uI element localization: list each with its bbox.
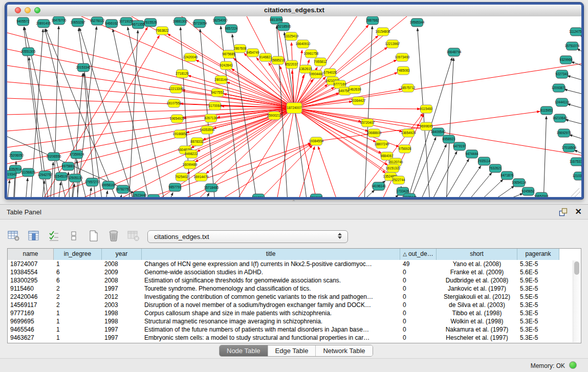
table-cell[interactable]: 2 [54, 301, 102, 309]
table-cell[interactable]: Disruption of a novel member of a sodium… [142, 301, 400, 309]
table-cell[interactable]: 1998 [102, 309, 142, 317]
table-cell[interactable]: 49 [400, 260, 437, 268]
row-height-icon[interactable] [67, 229, 80, 243]
split-pane-handle[interactable]: ⌃ [290, 200, 297, 204]
table-cell[interactable]: 18300295 [8, 276, 54, 285]
show-columns-icon[interactable] [27, 229, 40, 243]
table-scrollbar[interactable] [573, 260, 581, 342]
table-cell[interactable]: 22420046 [8, 293, 54, 301]
table-cell[interactable]: 5.3E-5 [517, 260, 559, 268]
table-cell[interactable]: 5.3E-5 [517, 334, 559, 342]
column-header-pagerank[interactable]: pagerank [517, 249, 559, 260]
table-cell[interactable]: 9777169 [8, 309, 54, 317]
column-header-title[interactable]: title [142, 249, 400, 260]
table-cell[interactable]: 2009 [102, 268, 142, 276]
network-canvas[interactable]: 9405572208914061647670610653287152760226… [7, 16, 581, 197]
table-cell[interactable]: 2003 [102, 301, 142, 309]
delete-column-icon[interactable] [107, 229, 120, 243]
table-cell[interactable]: 0 [400, 317, 437, 325]
table-cell[interactable]: Hescheler et al. (1997) [437, 334, 517, 342]
table-cell[interactable]: 1997 [102, 285, 142, 293]
table-cell[interactable]: 1997 [102, 334, 142, 342]
table-cell[interactable]: 2008 [102, 276, 142, 285]
table-cell[interactable]: 1998 [102, 317, 142, 325]
table-cell[interactable]: 9699695 [8, 317, 54, 325]
close-panel-icon[interactable]: ✕ [575, 207, 582, 217]
table-cell[interactable]: 1997 [102, 325, 142, 334]
table-cell[interactable]: Franke et al. (2009) [437, 268, 517, 276]
tab-network-table[interactable]: Network Table [315, 345, 372, 356]
table-row[interactable]: 946362711997Embryonic stem cells: a mode… [8, 334, 581, 342]
table-cell[interactable]: 6 [54, 276, 102, 285]
table-settings-icon[interactable] [7, 229, 20, 243]
table-row[interactable]: 946554611997Estimation of the future num… [8, 325, 581, 334]
tab-edge-table[interactable]: Edge Table [268, 345, 316, 356]
table-cell[interactable]: 5.3E-5 [517, 317, 559, 325]
table-cell[interactable]: Stergiakouli et al. (2012) [437, 293, 517, 301]
tab-node-table[interactable]: Node Table [220, 345, 268, 356]
table-row[interactable]: 1830029562008Estimation of significance … [8, 276, 581, 285]
table-cell[interactable]: 0 [400, 325, 437, 334]
table-cell[interactable]: Estimation of significance thresholds fo… [142, 276, 400, 285]
table-cell[interactable]: Tourette syndrome. Phenomenology and cla… [142, 285, 400, 293]
network-window-titlebar[interactable]: citations_edges.txt [7, 5, 581, 17]
table-cell[interactable]: 5.3E-5 [517, 309, 559, 317]
table-cell[interactable]: Jankovic et al. (1997) [437, 285, 517, 293]
table-row[interactable]: 1872400712008Changes of HCN gene express… [8, 260, 581, 268]
table-cell[interactable]: 9115460 [8, 285, 54, 293]
table-cell[interactable]: 0 [400, 276, 437, 285]
table-cell[interactable]: 9465546 [8, 325, 54, 334]
column-header-out_de[interactable]: △out_de… [400, 249, 437, 260]
column-header-short[interactable]: short [437, 249, 517, 260]
new-column-icon[interactable] [87, 229, 100, 243]
select-columns-icon[interactable] [47, 229, 60, 243]
table-cell[interactable]: 1 [54, 260, 102, 268]
table-cell[interactable]: 0 [400, 309, 437, 317]
table-cell[interactable]: Corpus callosum shape and size in male p… [142, 309, 400, 317]
table-cell[interactable]: Tibbo et al. (1998) [437, 309, 517, 317]
table-cell[interactable]: 1 [54, 317, 102, 325]
table-selector-dropdown[interactable]: citations_edges.txt [147, 230, 348, 243]
memory-ok-indicator[interactable] [569, 361, 577, 369]
table-cell[interactable]: 19384554 [8, 268, 54, 276]
table-row[interactable]: 977716911998Corpus callosum shape and si… [8, 309, 581, 317]
table-cell[interactable]: 1 [54, 334, 102, 342]
table-cell[interactable]: 9463627 [8, 334, 54, 342]
table-cell[interactable]: Dudbridge et al. (2008) [437, 276, 517, 285]
table-cell[interactable]: 5.5E-5 [517, 293, 559, 301]
table-cell[interactable]: Yano et al. (2008) [437, 260, 517, 268]
table-cell[interactable]: 6 [54, 268, 102, 276]
table-cell[interactable]: 5.3E-5 [517, 285, 559, 293]
table-cell[interactable]: 2012 [102, 293, 142, 301]
table-cell[interactable]: 0 [400, 301, 437, 309]
table-cell[interactable]: 2008 [102, 260, 142, 268]
table-cell[interactable]: 2 [54, 285, 102, 293]
table-cell[interactable]: Changes of HCN gene expression and I(f) … [142, 260, 400, 268]
table-cell[interactable]: Nakamura et al. (1997) [437, 325, 517, 334]
table-cell[interactable]: 2 [54, 293, 102, 301]
table-cell[interactable]: 14569117 [8, 301, 54, 309]
float-panel-icon[interactable] [559, 208, 568, 216]
table-cell[interactable]: Structural magnetic resonance image aver… [142, 317, 400, 325]
table-cell[interactable]: 1 [54, 325, 102, 334]
network-canvas-area[interactable]: 9405572208914061647670610653287152760226… [7, 16, 581, 197]
table-row[interactable]: 1938455462009Genome-wide association stu… [8, 268, 581, 276]
table-cell[interactable]: 1 [54, 309, 102, 317]
column-header-name[interactable]: name [8, 249, 54, 260]
column-header-year[interactable]: year [102, 249, 142, 260]
table-cell[interactable]: 5.6E-5 [517, 268, 559, 276]
table-row[interactable]: 1456911722003Disruption of a novel membe… [8, 301, 581, 309]
table-cell[interactable]: Genome-wide association studies in ADHD. [142, 268, 400, 276]
table-row[interactable]: 2242004622012Investigating the contribut… [8, 293, 581, 301]
table-cell[interactable]: 5.3E-5 [517, 301, 559, 309]
table-cell[interactable]: Wolkin et al. (1998) [437, 317, 517, 325]
table-row[interactable]: 911546021997Tourette syndrome. Phenomeno… [8, 285, 581, 293]
delete-table-icon[interactable] [127, 229, 140, 243]
table-row[interactable]: 969969511998Structural magnetic resonanc… [8, 317, 581, 325]
table-cell[interactable]: 0 [400, 293, 437, 301]
zoom-window-button[interactable] [34, 7, 40, 13]
table-cell[interactable]: 5.9E-5 [517, 276, 559, 285]
table-cell[interactable]: Embryonic stem cells: a model to study s… [142, 334, 400, 342]
table-cell[interactable]: 5.3E-5 [517, 325, 559, 334]
table-cell[interactable]: 0 [400, 334, 437, 342]
